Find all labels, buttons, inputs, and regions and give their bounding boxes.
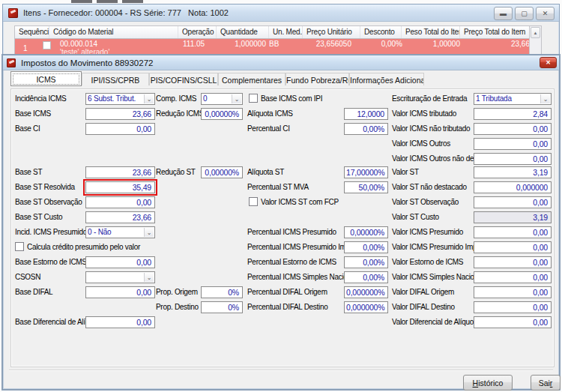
label-valor-estorno-de-icms: Valor Estorno de ICMS: [392, 258, 463, 266]
input-reducao-icms[interactable]: 0,00000%: [201, 108, 243, 120]
input-valor-icms-presumido-imp-pr[interactable]: 0,00: [474, 241, 552, 253]
input-percentual-icms-presumido-imp-pr[interactable]: 0,00%: [344, 241, 388, 253]
col-un-med[interactable]: Un. Med.: [269, 26, 303, 38]
label-prop-origem: Prop. Origem: [156, 288, 198, 296]
input-percentual-estorno-de-icms[interactable]: 0,00%: [344, 256, 388, 268]
input-percentual-difal-destino[interactable]: 0,000000%: [344, 301, 388, 313]
input-valor-estorno-de-icms[interactable]: 0,00: [474, 256, 552, 268]
input-valor-icms-outros-nao-dest[interactable]: 0,00: [474, 153, 552, 165]
col-preco-total[interactable]: Preço Total do Item: [460, 26, 531, 38]
input-reducao-st[interactable]: 0,00000%: [201, 166, 243, 178]
close-icon[interactable]: ✕: [536, 7, 555, 20]
label-base-icms-com-ipi: Base ICMS com IPI: [261, 94, 322, 103]
cell-desconto: 0,00%: [361, 40, 402, 48]
input-percentual-difal-origem[interactable]: 0,000000%: [344, 286, 388, 298]
cell-operacao: 111.05: [183, 40, 205, 48]
input-valor-icms-tributado[interactable]: 2,84: [474, 108, 552, 120]
input-base-difal[interactable]: 0,00: [85, 286, 155, 298]
col-desconto[interactable]: Desconto: [360, 26, 402, 38]
checkbox-base-icms-com-ipi[interactable]: [249, 94, 258, 103]
input-aliquota-st[interactable]: 17,00000%: [344, 166, 388, 178]
vertical-scrollbar[interactable]: ▲: [529, 26, 541, 56]
label-valor-difal-origem: Valor DIFAL Origem: [392, 288, 454, 296]
tab-icms[interactable]: ICMS: [10, 71, 82, 86]
combo-value: 1 Tributada: [476, 94, 512, 103]
input-base-icms[interactable]: 23,66: [85, 108, 155, 120]
input-base-st-custo[interactable]: 23,66: [85, 211, 155, 223]
input-base-st-resolvida[interactable]: 35,49: [85, 181, 155, 193]
input-base-ci[interactable]: 0,00: [85, 123, 155, 135]
input-prop-origem[interactable]: 0%: [201, 286, 243, 298]
label-escrituracao-de-entrada: Escrituração de Entrada: [392, 94, 467, 103]
combo-value: 6 Subst. Tribut.: [88, 94, 136, 103]
input-valor-st-nao-destacado[interactable]: 0,000000: [474, 181, 552, 193]
button-label: Sai: [539, 379, 550, 388]
label-reducao-st: Redução ST: [156, 168, 196, 176]
label-reducao-icms: Redução ICMS: [156, 109, 204, 118]
label-base-st-observacao: Base ST Observação: [15, 198, 82, 206]
label-valor-st: Valor ST: [392, 168, 419, 176]
chevron-down-icon: ⌄: [144, 228, 154, 237]
input-percentual-ci[interactable]: 0,00%: [344, 123, 388, 135]
label-prop-destino: Prop. Destino: [156, 303, 199, 311]
input-prop-destino[interactable]: 0%: [201, 301, 243, 313]
col-sequencia[interactable]: Sequência: [15, 26, 49, 38]
input-valor-st[interactable]: 3,19: [474, 166, 552, 178]
input-valor-icms-nao-tributado[interactable]: 0,00: [474, 123, 552, 135]
label-aliquota-icms: Alíquota ICMS: [247, 109, 293, 118]
table-row[interactable]: 1 00.000.014 'teste' alterado' 111.05 1,…: [15, 39, 529, 55]
cell-preco-total: 23,66: [474, 40, 530, 48]
dialog-close-icon[interactable]: ✕: [540, 57, 557, 68]
combo-escrituracao-de-entrada[interactable]: 1 Tributada ⌄: [474, 93, 552, 105]
input-valor-icms-outros[interactable]: 0,00: [474, 138, 552, 150]
input-valor-difal-origem[interactable]: 0,00: [474, 286, 552, 298]
combo-incidencia-icms[interactable]: 6 Subst. Tribut. ⌄: [85, 93, 155, 105]
cell-un-med: BB: [269, 40, 279, 48]
sair-button[interactable]: Sair: [531, 375, 561, 391]
col-preco-unitario[interactable]: Preço Unitário: [303, 26, 360, 38]
minimize-icon[interactable]: ▬: [494, 7, 513, 20]
maximize-icon[interactable]: ▢: [515, 7, 534, 20]
combo-comp-icms[interactable]: 0 ⌄: [201, 93, 243, 105]
col-quantidade[interactable]: Quantidade: [217, 26, 269, 38]
input-percentual-icms-simples-nacional[interactable]: 0,00%: [344, 271, 388, 283]
col-codigo[interactable]: Código do Material: [49, 26, 178, 38]
label-aliquota-st: Alíquota ST: [247, 168, 284, 176]
input-base-st-observacao[interactable]: 0,00: [85, 196, 155, 208]
label-base-diferencial-de-aliq: Base Diferencial de Alíq.: [15, 318, 91, 326]
scroll-up-icon[interactable]: ▲: [531, 27, 540, 38]
tab-page-icms: ICMS Incidência ICMS 6 Subst. Tribut. ⌄ …: [3, 82, 559, 389]
input-percentual-st-mva[interactable]: 50,00%: [344, 181, 388, 193]
checkbox-valor-icms-st-com-fcp[interactable]: [249, 197, 258, 206]
label-valor-difal-destino: Valor DIFAL Destino: [392, 303, 455, 311]
col-operacao[interactable]: Operação: [178, 26, 217, 38]
label-comp-icms: Comp. ICMS: [156, 94, 196, 103]
input-valor-difal-destino[interactable]: 0,00: [474, 301, 552, 313]
input-valor-st-observacao[interactable]: 0,00: [474, 196, 552, 208]
input-aliquota-icms[interactable]: 12,0000: [344, 108, 388, 120]
input-valor-icms-presumido[interactable]: 0,00: [474, 226, 552, 238]
checkbox-calcula-credito-presumido[interactable]: [15, 242, 24, 251]
input-base-estorno-de-icms[interactable]: 0,00: [85, 256, 155, 268]
items-window-titlebar[interactable]: Itens - Fornecedor: 000004 - RS Série: 7…: [3, 4, 559, 22]
input-base-diferencial-de-aliq[interactable]: 0,00: [85, 316, 155, 328]
label-csosn: CSOSN: [15, 273, 40, 281]
label-base-st-custo: Base ST Custo: [15, 213, 62, 221]
label-valor-icms-outros: Valor ICMS Outros: [392, 139, 450, 148]
cell-codigo: 00.000.014: [60, 40, 97, 48]
input-base-st[interactable]: 23,66: [85, 166, 155, 178]
col-peso-total[interactable]: Peso Total do Item: [402, 26, 460, 38]
input-percentual-icms-presumido[interactable]: 0,00000%: [344, 226, 388, 238]
combo-csosn[interactable]: ⌄: [85, 271, 155, 283]
tab-focus-rect: [13, 73, 79, 85]
label-valor-diferencial-de-aliquota: Valor Diferencial de Alíquota: [392, 318, 480, 326]
row-checkbox[interactable]: [43, 41, 51, 49]
label-percentual-ci: Percentual CI: [247, 124, 290, 133]
input-valor-diferencial-de-aliquota[interactable]: 0,00: [474, 316, 552, 328]
label-valor-st-custo: Valor ST Custo: [392, 213, 439, 221]
input-valor-icms-simples-nacional[interactable]: 0,00: [474, 271, 552, 283]
dialog-titlebar[interactable]: Impostos do Movimento 88930272 ✕: [3, 55, 559, 70]
label-base-st-resolvida: Base ST Resolvida: [15, 183, 75, 191]
historico-button[interactable]: Histórico: [463, 375, 513, 391]
combo-incid-icms-presumido[interactable]: 0 - Não ⌄: [85, 226, 155, 238]
